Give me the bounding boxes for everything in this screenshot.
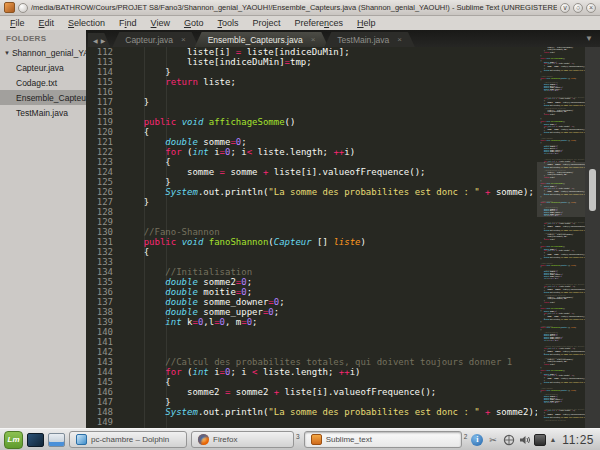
code-line[interactable]: 149 — [86, 417, 537, 427]
code-line[interactable]: 127 } — [86, 197, 537, 207]
code-line[interactable]: 122 for (int i=0; i< liste.length; ++i) — [86, 147, 537, 157]
tab-scroll-right-icon[interactable]: ▶ — [101, 37, 106, 44]
window-menu-button[interactable] — [18, 3, 28, 13]
code-lines[interactable]: 112 liste[i] = liste[indiceDuMin];113 li… — [86, 47, 537, 428]
code-line[interactable]: 129 — [86, 217, 537, 227]
line-number: 135 — [86, 277, 122, 287]
task-label: Sublime_text — [326, 435, 372, 444]
menu-goto[interactable]: Goto — [184, 18, 204, 28]
minimap-content: liste[i] = liste[indiceDuMin]; liste[ind… — [537, 47, 585, 421]
code-line[interactable]: 124 somme = somme + liste[i].valueofFreq… — [86, 167, 537, 177]
code-line[interactable]: 133 — [86, 257, 537, 267]
line-content: { — [122, 157, 537, 167]
network-icon[interactable] — [502, 433, 515, 446]
code-line[interactable]: 142 — [86, 347, 537, 357]
tab-overflow-icon[interactable]: ▼ — [585, 34, 593, 43]
tab-label: TestMain.java — [337, 35, 389, 45]
tab-testmain-java[interactable]: TestMain.java× — [324, 32, 415, 47]
minimap[interactable]: liste[i] = liste[indiceDuMin]; liste[ind… — [537, 47, 585, 428]
folder-root[interactable]: ▼ Shannon_genial_YAOUH! — [0, 46, 86, 60]
menu-preferences[interactable]: Preferences — [295, 18, 344, 28]
minimap-viewport[interactable] — [537, 162, 585, 217]
code-line[interactable]: 148 System.out.println("La somme des pro… — [86, 407, 537, 417]
code-line[interactable]: 143 //Calcul des probabilites totales, q… — [86, 357, 537, 367]
volume-icon[interactable] — [518, 433, 531, 446]
line-content: public void affichageSomme() — [122, 117, 537, 127]
tray-expand-icon[interactable]: ▲ — [549, 436, 556, 443]
taskbar-button-sublime[interactable]: Sublime_text — [304, 431, 462, 448]
code-line[interactable]: 130 //Fano-Shannon — [86, 227, 537, 237]
code-line[interactable]: 114 } — [86, 67, 537, 77]
sidebar-file-codage-txt[interactable]: Codage.txt — [0, 75, 86, 90]
code-line[interactable]: 120 { — [86, 127, 537, 137]
code-line[interactable]: 125 } — [86, 177, 537, 187]
klipper-scissors-icon[interactable]: ✂ — [486, 433, 499, 446]
tab-capteur-java[interactable]: Capteur.java× — [112, 32, 198, 47]
menu-selection[interactable]: Selection — [68, 18, 105, 28]
folder-expand-icon[interactable]: ▼ — [4, 50, 10, 56]
menu-help[interactable]: Help — [357, 18, 376, 28]
menu-project[interactable]: Project — [253, 18, 281, 28]
code-line[interactable]: 121 double somme=0; — [86, 137, 537, 147]
file-manager-launcher-icon[interactable] — [48, 433, 65, 447]
sidebar-file-capteur-java[interactable]: Capteur.java — [0, 60, 86, 75]
menu-tools[interactable]: Tools — [218, 18, 239, 28]
code-line[interactable]: 147 } — [86, 397, 537, 407]
device-tray-icon[interactable] — [534, 434, 546, 446]
code-line[interactable]: 123 { — [86, 157, 537, 167]
tab-scroll-arrows[interactable]: ◀ ▶ — [88, 33, 110, 47]
menu-view[interactable]: View — [151, 18, 170, 28]
code-line[interactable]: 113 liste[indiceDuMin]=tmp; — [86, 57, 537, 67]
menu-edit[interactable]: Edit — [39, 18, 55, 28]
code-line[interactable]: 134 //Initialisation — [86, 267, 537, 277]
taskbar-button-dolphin[interactable]: pc-chambre – Dolphin — [69, 431, 187, 448]
code-line[interactable]: 140 — [86, 327, 537, 337]
mint-menu-button[interactable]: Lm — [4, 431, 23, 449]
code-line[interactable]: 144 for (int i=0; i < liste.length; ++i) — [86, 367, 537, 377]
line-content: } — [122, 97, 537, 107]
code-editor[interactable]: 112 liste[i] = liste[indiceDuMin];113 li… — [86, 47, 600, 428]
tab-scroll-left-icon[interactable]: ◀ — [93, 37, 98, 44]
close-button[interactable]: × — [586, 3, 596, 13]
code-line[interactable]: 141 — [86, 337, 537, 347]
sidebar-file-testmain-java[interactable]: TestMain.java — [0, 105, 86, 120]
taskbar-button-firefox[interactable]: Firefox — [191, 431, 294, 448]
show-desktop-icon[interactable] — [27, 433, 44, 447]
code-line[interactable]: 115 return liste; — [86, 77, 537, 87]
minimize-button[interactable]: ∨ — [560, 3, 570, 13]
line-number: 124 — [86, 167, 122, 177]
menu-find[interactable]: Find — [119, 18, 137, 28]
tab-close-icon[interactable]: × — [397, 35, 402, 44]
menu-file[interactable]: File — [10, 18, 25, 28]
code-line[interactable]: 131 public void fanoShannon(Capteur [] l… — [86, 237, 537, 247]
code-line[interactable]: 139 int k=0,l=0, m=0; — [86, 317, 537, 327]
code-line[interactable]: 128 — [86, 207, 537, 217]
code-line[interactable]: 126 System.out.println("La somme des pro… — [86, 187, 537, 197]
tab-close-icon[interactable]: × — [181, 35, 186, 44]
code-line[interactable]: 117 } — [86, 97, 537, 107]
code-line[interactable]: 146 somme2 = somme2 + liste[i].valueofFr… — [86, 387, 537, 397]
code-line[interactable]: 137 double somme_downer=0; — [86, 297, 537, 307]
code-line[interactable]: 118 — [86, 107, 537, 117]
code-line[interactable]: 136 double moitie=0; — [86, 287, 537, 297]
line-number: 119 — [86, 117, 122, 127]
line-content: double somme=0; — [122, 137, 537, 147]
task-badge: 3 — [296, 433, 300, 440]
scrollbar-track[interactable] — [585, 47, 600, 428]
line-number: 144 — [86, 367, 122, 377]
code-line[interactable]: 116 — [86, 87, 537, 97]
tab-close-icon[interactable]: × — [311, 35, 316, 44]
code-line[interactable]: 112 liste[i] = liste[indiceDuMin]; — [86, 47, 537, 57]
code-line[interactable]: 119 public void affichageSomme() — [86, 117, 537, 127]
code-line[interactable]: 135 double somme2=0; — [86, 277, 537, 287]
maximize-button[interactable]: ○ — [573, 3, 583, 13]
code-line[interactable]: 145 { — [86, 377, 537, 387]
sidebar-file-ensemble-capteurs-java[interactable]: Ensemble_Capteurs.java — [0, 90, 86, 105]
notifications-icon[interactable]: i — [471, 434, 483, 446]
line-number: 139 — [86, 317, 122, 327]
code-line[interactable]: 138 double somme_upper=0; — [86, 307, 537, 317]
code-line[interactable]: 132 { — [86, 247, 537, 257]
scrollbar-thumb[interactable] — [589, 169, 596, 211]
tab-ensemble-capteurs-java[interactable]: Ensemble_Capteurs.java× — [195, 32, 329, 47]
clock[interactable]: 11:25 — [562, 433, 594, 447]
